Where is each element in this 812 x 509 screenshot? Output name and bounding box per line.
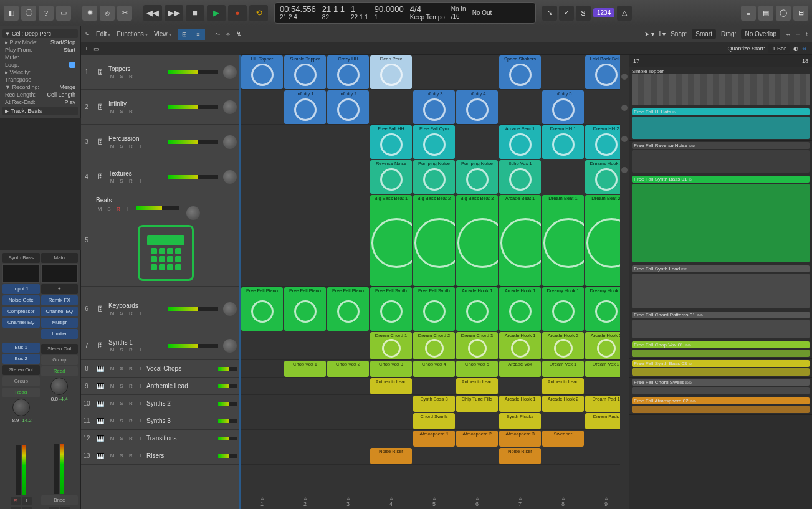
- loop-cell[interactable]: Arcade Hook 1: [456, 287, 498, 331]
- editors-button[interactable]: ✂: [117, 6, 132, 21]
- input-mon[interactable]: I: [22, 497, 32, 505]
- duplicate-track-button[interactable]: ▭: [93, 45, 99, 52]
- loop-cell[interactable]: Arcade Beat 1: [499, 195, 541, 286]
- autopunch-button[interactable]: ✓: [559, 6, 574, 21]
- zoom-h-icon[interactable]: ↔: [785, 31, 791, 37]
- pan-knob[interactable]: [50, 378, 68, 395]
- loop-cell[interactable]: Free Fall Piano: [284, 287, 326, 331]
- empty-cell[interactable]: [413, 378, 455, 394]
- empty-cell[interactable]: [284, 448, 326, 464]
- empty-cell[interactable]: [413, 448, 455, 464]
- scene-trigger[interactable]: ▵1: [241, 493, 284, 509]
- loop-cell[interactable]: Atmosphere 2: [456, 431, 498, 447]
- text-tool[interactable]: I ▾: [659, 31, 666, 37]
- catch-icon[interactable]: ↯: [236, 31, 241, 37]
- lcd-display[interactable]: 00:54.55621 2 4 21 1 182 122 1 1 90.0000…: [274, 2, 536, 24]
- track-row[interactable]: 9 🎹 MSRI Anthemic Lead: [81, 378, 239, 395]
- empty-cell[interactable]: [542, 413, 584, 429]
- scene-trigger[interactable]: ▵3: [327, 493, 370, 509]
- loop-cell[interactable]: Infinity 3: [413, 90, 455, 124]
- replace-button[interactable]: ↘: [542, 6, 557, 21]
- loop-cell[interactable]: Free Fall Piano: [327, 287, 369, 331]
- loop-cell[interactable]: Free Fall Synth: [413, 287, 455, 331]
- loop-row[interactable]: Loop:: [2, 61, 78, 69]
- loop-cell[interactable]: Dream Pads: [585, 413, 620, 429]
- loop-cell[interactable]: Pumping Noise: [456, 160, 498, 194]
- mixer-button[interactable]: ⎋: [100, 6, 115, 21]
- cycle-button[interactable]: ⟲: [249, 5, 268, 21]
- pointer-tool[interactable]: ➤ ▾: [644, 31, 654, 37]
- empty-cell[interactable]: [327, 195, 369, 286]
- loop-cell[interactable]: Arcade Perc 1: [499, 125, 541, 159]
- loop-cell[interactable]: Big Bass Beat 2: [413, 195, 455, 286]
- loop-cell[interactable]: Arcade Hook 3: [585, 332, 620, 359]
- quantize-icon[interactable]: ◐: [793, 45, 798, 52]
- empty-cell[interactable]: [456, 55, 498, 89]
- track-row[interactable]: 13 🎹 MSRI Risers: [81, 447, 239, 465]
- pan-knob[interactable]: [223, 135, 237, 149]
- toolbar-button[interactable]: ▭: [56, 6, 71, 21]
- empty-cell[interactable]: [585, 90, 620, 124]
- empty-cell[interactable]: [241, 195, 283, 286]
- track-row[interactable]: 12 🎹 MSRI Transitions: [81, 430, 239, 447]
- empty-cell[interactable]: [241, 90, 283, 124]
- empty-cell[interactable]: [284, 195, 326, 286]
- loop-cell[interactable]: Infinity 2: [327, 90, 369, 124]
- rec-end-row[interactable]: At Rec-End:Play: [2, 98, 78, 106]
- rewind-button[interactable]: ◀◀: [143, 5, 162, 21]
- loop-cell[interactable]: Synth Plucks: [499, 413, 541, 429]
- loop-cell[interactable]: Chop Vox 3: [370, 361, 412, 377]
- loop-cell[interactable]: Dream HH 2: [585, 125, 620, 159]
- empty-cell[interactable]: [327, 413, 369, 429]
- loop-cell[interactable]: Arcade Hook 1: [499, 396, 541, 412]
- track-row[interactable]: 1 🎛 Toppers MSR: [81, 55, 239, 90]
- count-in-button[interactable]: 1234: [593, 8, 614, 17]
- link-icon[interactable]: ⚭: [41, 284, 79, 294]
- row-trigger[interactable]: [621, 74, 628, 80]
- empty-cell[interactable]: [370, 90, 412, 124]
- empty-cell[interactable]: [542, 55, 584, 89]
- view-menu[interactable]: View: [154, 31, 171, 37]
- loop-cell[interactable]: Chop Vox 1: [284, 361, 326, 377]
- empty-cell[interactable]: [585, 431, 620, 447]
- loop-cell[interactable]: Dream HH 1: [542, 125, 584, 159]
- eq-thumbnail[interactable]: [41, 264, 79, 283]
- loop-cell[interactable]: Simple Topper: [284, 55, 326, 89]
- empty-cell[interactable]: [241, 413, 283, 429]
- loop-cell[interactable]: Sweeper: [542, 431, 584, 447]
- timeline-region[interactable]: Simple Topper: [629, 67, 812, 107]
- mute-button[interactable]: M: [49, 507, 59, 509]
- empty-cell[interactable]: [284, 332, 326, 359]
- loop-cell[interactable]: Chord Swells: [413, 413, 455, 429]
- scene-trigger[interactable]: ▵7: [499, 493, 542, 509]
- loop-cell[interactable]: Laid Back Bells: [585, 55, 620, 89]
- metronome-button[interactable]: △: [617, 6, 632, 21]
- notepad-button[interactable]: ▤: [758, 6, 773, 21]
- loop-cell[interactable]: Big Bass Beat 1: [370, 195, 412, 286]
- loop-cell[interactable]: Noise Riser: [370, 448, 412, 464]
- loop-cell[interactable]: Echo Vox 1: [499, 160, 541, 194]
- empty-cell[interactable]: [327, 332, 369, 359]
- timeline-region[interactable]: Free Fall Synth Bass 03 ⎄: [629, 359, 812, 378]
- loop-cell[interactable]: Synth Bass 3: [413, 396, 455, 412]
- scene-trigger[interactable]: ▵9: [585, 493, 620, 509]
- row-trigger[interactable]: [621, 167, 628, 173]
- loop-cell[interactable]: Arcade Hook 2: [542, 332, 584, 359]
- timeline-region[interactable]: Free Fall Atmosphere 02 ⎄⎄: [629, 396, 812, 415]
- fader[interactable]: [16, 445, 21, 495]
- row-trigger[interactable]: [621, 105, 628, 111]
- functions-menu[interactable]: Functions: [117, 31, 148, 37]
- loop-cell[interactable]: Dream Vox 1: [542, 361, 584, 377]
- forward-button[interactable]: ▶▶: [165, 5, 183, 21]
- empty-cell[interactable]: [327, 448, 369, 464]
- play-mode-row[interactable]: ▸ Play Mode:Start/Stop: [2, 39, 78, 46]
- empty-cell[interactable]: [370, 413, 412, 429]
- loop-cell[interactable]: Arcade Vox: [499, 361, 541, 377]
- empty-cell[interactable]: [370, 431, 412, 447]
- empty-cell[interactable]: [241, 396, 283, 412]
- loop-cell[interactable]: Arcade Hook 1: [499, 287, 541, 331]
- loop-cell[interactable]: Free Fall Cym: [413, 125, 455, 159]
- add-track-button[interactable]: +: [85, 45, 88, 52]
- empty-cell[interactable]: [241, 332, 283, 359]
- browser-button[interactable]: ⊞: [793, 6, 808, 21]
